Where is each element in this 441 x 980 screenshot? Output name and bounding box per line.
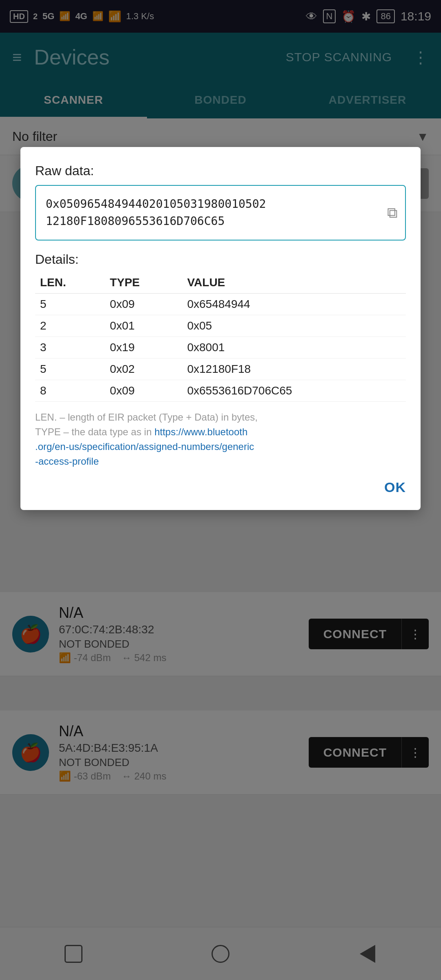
table-row: 30x190x8001 xyxy=(35,337,406,359)
col-header-len: LEN. xyxy=(35,272,105,294)
table-row: 50x090x65484944 xyxy=(35,294,406,315)
table-row: 80x090x6553616D706C65 xyxy=(35,380,406,402)
dialog-footer: OK xyxy=(35,475,406,495)
cell-len: 8 xyxy=(35,380,105,402)
col-header-type: TYPE xyxy=(105,272,182,294)
cell-type: 0x02 xyxy=(105,359,182,380)
cell-type: 0x01 xyxy=(105,315,182,337)
col-header-value: VALUE xyxy=(182,272,406,294)
cell-value: 0x05 xyxy=(182,315,406,337)
cell-type: 0x09 xyxy=(105,380,182,402)
raw-data-box: 0x05096548494402010503198001050212180F18… xyxy=(35,185,406,241)
cell-len: 5 xyxy=(35,359,105,380)
cell-value: 0x8001 xyxy=(182,337,406,359)
cell-value: 0x12180F18 xyxy=(182,359,406,380)
details-label: Details: xyxy=(35,252,406,267)
table-row: 20x010x05 xyxy=(35,315,406,337)
cell-len: 2 xyxy=(35,315,105,337)
raw-data-value: 0x05096548494402010503198001050212180F18… xyxy=(46,196,381,230)
raw-data-dialog: Raw data: 0x0509654849440201050319800105… xyxy=(20,147,421,510)
details-table: LEN. TYPE VALUE 50x090x6548494420x010x05… xyxy=(35,272,406,402)
copy-icon[interactable]: ⧉ xyxy=(387,204,398,221)
cell-value: 0x6553616D706C65 xyxy=(182,380,406,402)
raw-data-label: Raw data: xyxy=(35,163,406,178)
table-row: 50x020x12180F18 xyxy=(35,359,406,380)
cell-len: 3 xyxy=(35,337,105,359)
ok-button[interactable]: OK xyxy=(384,479,406,495)
cell-type: 0x19 xyxy=(105,337,182,359)
dialog-footnote: LEN. – length of EIR packet (Type + Data… xyxy=(35,410,406,469)
cell-len: 5 xyxy=(35,294,105,315)
cell-type: 0x09 xyxy=(105,294,182,315)
cell-value: 0x65484944 xyxy=(182,294,406,315)
